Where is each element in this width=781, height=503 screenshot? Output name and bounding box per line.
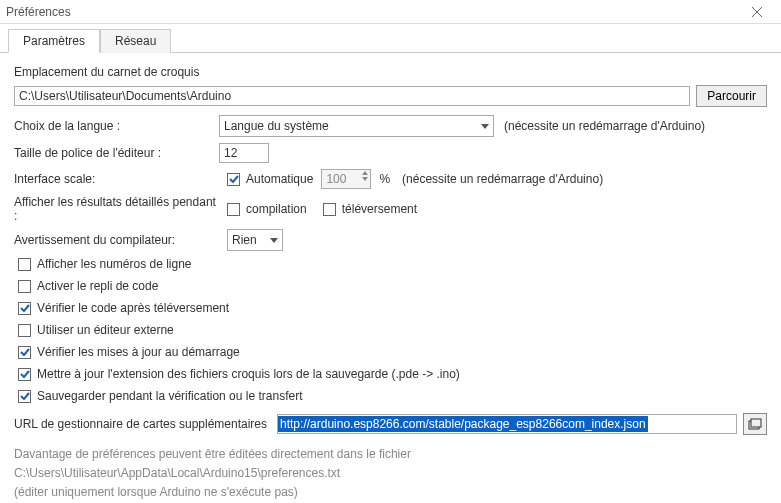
scale-restart-note: (nécessite un redémarrage d'Arduino) [402,172,603,186]
spinner-arrows-icon [362,171,368,181]
verbose-label: Afficher les résultats détaillés pendant… [14,195,219,223]
language-value: Langue du système [224,119,329,133]
language-restart-note: (nécessite un redémarrage d'Arduino) [504,119,705,133]
external-editor-checkbox[interactable]: Utiliser un éditeur externe [18,323,174,337]
verbose-upload-label: téléversement [342,202,417,216]
verify-after-upload-label: Vérifier le code après téléversement [37,301,229,315]
check-updates-label: Vérifier les mises à jour au démarrage [37,345,240,359]
verbose-upload-checkbox[interactable]: téléversement [323,202,417,216]
checkbox-icon [18,346,31,359]
close-icon [752,7,762,17]
checkbox-icon [18,390,31,403]
checkbox-icon [18,324,31,337]
scale-percent: % [379,172,390,186]
scale-value: 100 [326,172,346,186]
checkbox-icon [227,203,240,216]
language-label: Choix de la langue : [14,119,219,133]
line-numbers-checkbox[interactable]: Afficher les numéros de ligne [18,257,192,271]
checkbox-icon [18,280,31,293]
save-on-verify-checkbox[interactable]: Sauvegarder pendant la vérification ou l… [18,389,303,403]
external-editor-label: Utiliser un éditeur externe [37,323,174,337]
warnings-label: Avertissement du compilateur: [14,233,219,247]
boards-url-value: http://arduino.esp8266.com/stable/packag… [278,416,648,432]
verbose-compile-label: compilation [246,202,307,216]
boards-url-input[interactable]: http://arduino.esp8266.com/stable/packag… [277,414,737,434]
line-numbers-label: Afficher les numéros de ligne [37,257,192,271]
language-select[interactable]: Langue du système [219,115,494,137]
window-title: Préférences [6,5,71,19]
checkbox-icon [18,302,31,315]
footer-prefs-path: C:\Users\Utilisateur\AppData\Local\Ardui… [14,464,767,483]
scale-label: Interface scale: [14,172,219,186]
update-extension-checkbox[interactable]: Mettre à jour l'extension des fichiers c… [18,367,460,381]
svg-rect-3 [751,419,761,427]
code-folding-checkbox[interactable]: Activer le repli de code [18,279,158,293]
warnings-value: Rien [232,233,257,247]
verbose-compile-checkbox[interactable]: compilation [227,202,307,216]
settings-panel: Emplacement du carnet de croquis Parcour… [0,53,781,503]
close-button[interactable] [737,0,777,24]
checkbox-icon [18,368,31,381]
tabs: Paramètres Réseau [0,24,781,53]
verify-after-upload-checkbox[interactable]: Vérifier le code après téléversement [18,301,229,315]
chevron-down-icon [481,124,489,129]
footer-line3: (éditer uniquement lorsque Arduino ne s'… [14,483,767,502]
scale-auto-label: Automatique [246,172,313,186]
tab-network[interactable]: Réseau [100,29,171,53]
scale-auto-checkbox[interactable]: Automatique [227,172,313,186]
boards-url-label: URL de gestionnaire de cartes supplément… [14,417,267,431]
sketchbook-heading: Emplacement du carnet de croquis [14,65,767,79]
tab-settings[interactable]: Paramètres [8,29,100,53]
window-icon [748,418,762,430]
fontsize-input[interactable] [219,143,269,163]
update-extension-label: Mettre à jour l'extension des fichiers c… [37,367,460,381]
sketchbook-path-input[interactable] [14,86,690,106]
code-folding-label: Activer le repli de code [37,279,158,293]
chevron-down-icon [270,238,278,243]
boards-url-expand-button[interactable] [743,413,767,435]
footer-line1: Davantage de préférences peuvent être éd… [14,445,767,464]
titlebar: Préférences [0,0,781,24]
warnings-select[interactable]: Rien [227,229,283,251]
checkbox-icon [227,173,240,186]
footer-note: Davantage de préférences peuvent être éd… [14,445,767,503]
save-on-verify-label: Sauvegarder pendant la vérification ou l… [37,389,303,403]
checkbox-icon [323,203,336,216]
check-updates-checkbox[interactable]: Vérifier les mises à jour au démarrage [18,345,240,359]
fontsize-label: Taille de police de l'éditeur : [14,146,219,160]
checkbox-icon [18,258,31,271]
browse-button[interactable]: Parcourir [696,85,767,107]
scale-spinner[interactable]: 100 [321,169,371,189]
